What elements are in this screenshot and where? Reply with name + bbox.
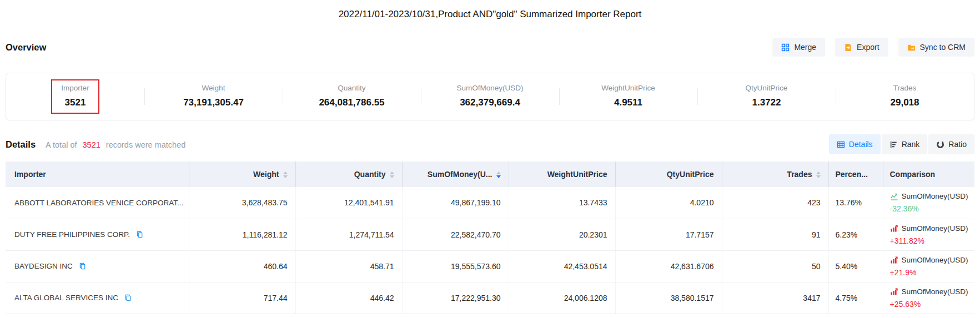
copy-icon[interactable] — [136, 231, 143, 238]
table-row: DUTY FREE PHILIPPINES CORP. 1,116,281.12… — [6, 219, 974, 250]
ratio-icon — [936, 140, 944, 149]
column-header-comparison: Comparison — [883, 161, 974, 187]
sort-asc-icon[interactable] — [283, 171, 288, 174]
rank-icon — [889, 140, 898, 149]
stat-value: 29,018 — [891, 97, 919, 108]
importer-name[interactable]: ABBOTT LABORATORIES VENICE CORPORAT... — [14, 199, 183, 207]
column-label: SumOfMoney(U... — [428, 170, 492, 179]
stat-label: WeightUnitPrice — [601, 84, 655, 93]
stat-label: QtyUnitPrice — [746, 84, 788, 93]
column-header-qtyunitprice: QtyUnitPrice — [615, 161, 722, 187]
tab-label: Ratio — [948, 140, 967, 149]
copy-icon[interactable] — [124, 294, 132, 301]
sort-carets[interactable] — [390, 171, 394, 178]
sync-folder-icon — [907, 43, 916, 52]
table-header-row: ImporterWeightQuantitySumOfMoney(U...Wei… — [6, 161, 974, 187]
details-bar: Details A total of3521records were match… — [6, 134, 974, 155]
export-button[interactable]: Export — [835, 38, 888, 57]
comparison-metric: SumOfMoney(USD) — [902, 191, 968, 201]
sort-carets[interactable] — [283, 171, 288, 178]
sum-of-money-cell: 22,582,470.70 — [402, 219, 509, 250]
stat-label: Trades — [891, 84, 919, 93]
weight-cell: 717.44 — [189, 282, 295, 314]
comparison-metric: SumOfMoney(USD) — [902, 255, 968, 265]
overview-stat-trades: Trades 29,018 — [836, 80, 974, 113]
quantity-cell: 1,274,711.54 — [295, 219, 402, 250]
importer-name[interactable]: BAYDESIGN INC — [14, 262, 73, 270]
sort-desc-icon[interactable] — [496, 175, 501, 178]
weight-unit-price-cell: 42,453.0514 — [509, 250, 615, 282]
sort-desc-icon[interactable] — [816, 175, 821, 178]
comparison-change: -32.36% — [890, 204, 974, 214]
merge-button[interactable]: Merge — [772, 38, 825, 57]
trend-down-icon — [890, 193, 898, 201]
button-label: Merge — [794, 43, 816, 52]
sort-asc-icon[interactable] — [496, 171, 501, 174]
weight-unit-price-cell: 24,006.1208 — [509, 282, 615, 314]
overview-stat-importer: Importer 3521 — [6, 79, 144, 114]
trend-up-icon — [890, 224, 898, 233]
stat-label: SumOfMoney(USD) — [456, 84, 523, 93]
column-header-trades[interactable]: Trades — [722, 161, 828, 187]
stat-value: 1.3722 — [746, 97, 788, 108]
column-header-weight[interactable]: Weight — [189, 161, 295, 187]
qty-unit-price-cell: 17.7157 — [615, 219, 722, 250]
quantity-cell: 458.71 — [295, 250, 402, 282]
sort-asc-icon[interactable] — [390, 171, 394, 174]
stat-label: Weight — [183, 84, 244, 93]
column-header-weightunitprice: WeightUnitPrice — [509, 161, 615, 187]
importer-name[interactable]: ALTA GLOBAL SERVICES INC — [14, 294, 118, 302]
sort-desc-icon[interactable] — [283, 175, 288, 178]
comparison-change: +21.9% — [890, 267, 974, 277]
comparison-cell: SumOfMoney(USD) -32.36% — [883, 187, 974, 219]
button-label: Export — [857, 43, 879, 52]
overview-heading: Overview — [6, 42, 46, 53]
column-header-percen: Percen... — [828, 161, 883, 187]
weight-unit-price-cell: 20.2301 — [509, 219, 615, 250]
tab-rank[interactable]: Rank — [882, 134, 928, 154]
tab-ratio[interactable]: Ratio — [928, 134, 974, 154]
table-row: BAYDESIGN INC 460.64 458.71 19,555,573.6… — [6, 250, 974, 282]
stat-label: Quantity — [319, 84, 384, 93]
trades-cell: 423 — [722, 187, 828, 219]
comparison-metric: SumOfMoney(USD) — [902, 287, 968, 297]
percent-cell: 5.40% — [828, 250, 883, 282]
importer-name[interactable]: DUTY FREE PHILIPPINES CORP. — [14, 230, 130, 239]
sort-carets[interactable] — [496, 171, 501, 178]
sort-carets[interactable] — [816, 171, 821, 178]
column-label: QtyUnitPrice — [667, 170, 714, 179]
column-label: Comparison — [890, 170, 936, 179]
overview-stat-quantity: Quantity 264,081,786.55 — [283, 80, 421, 113]
quantity-cell: 12,401,541.91 — [295, 187, 402, 219]
table-icon — [837, 140, 845, 149]
comparison-change: +25.63% — [890, 299, 974, 309]
table-row: ABBOTT LABORATORIES VENICE CORPORAT... 3… — [6, 187, 974, 219]
stat-value: 73,191,305.47 — [183, 97, 244, 108]
tab-details[interactable]: Details — [829, 134, 881, 154]
qty-unit-price-cell: 42,631.6706 — [615, 250, 722, 282]
column-header-importer: Importer — [6, 161, 189, 187]
details-table-wrap: ImporterWeightQuantitySumOfMoney(U...Wei… — [6, 161, 974, 314]
sort-asc-icon[interactable] — [816, 171, 821, 174]
summary-suffix: records were matched — [106, 140, 185, 149]
summary-count: 3521 — [83, 140, 100, 149]
trend-up-icon — [890, 256, 898, 264]
column-header-quantity[interactable]: Quantity — [295, 161, 402, 187]
column-header-sumofmoney-u[interactable]: SumOfMoney(U... — [402, 161, 509, 187]
weight-cell: 460.64 — [189, 250, 295, 282]
overview-stat-sumofmoney-usd: SumOfMoney(USD) 362,379,669.4 — [421, 80, 559, 113]
sort-desc-icon[interactable] — [390, 175, 394, 178]
merge-icon — [781, 43, 790, 52]
overview-stat-weight: Weight 73,191,305.47 — [144, 80, 283, 113]
copy-icon[interactable] — [79, 263, 86, 270]
stat-value: 264,081,786.55 — [319, 97, 384, 108]
importer-report-page: 2022/11/01-2023/10/31,Product AND"gold" … — [0, 0, 980, 318]
table-row: ALTA GLOBAL SERVICES INC 717.44 446.42 1… — [6, 282, 974, 314]
column-label: Weight — [253, 170, 279, 179]
sync-to-crm-button[interactable]: Sync to CRM — [898, 38, 974, 57]
qty-unit-price-cell: 4.0210 — [615, 187, 722, 219]
percent-cell: 13.76% — [828, 187, 883, 219]
button-label: Sync to CRM — [920, 43, 966, 52]
page-title: 2022/11/01-2023/10/31,Product AND"gold" … — [0, 0, 980, 21]
details-table: ImporterWeightQuantitySumOfMoney(U...Wei… — [6, 161, 974, 314]
